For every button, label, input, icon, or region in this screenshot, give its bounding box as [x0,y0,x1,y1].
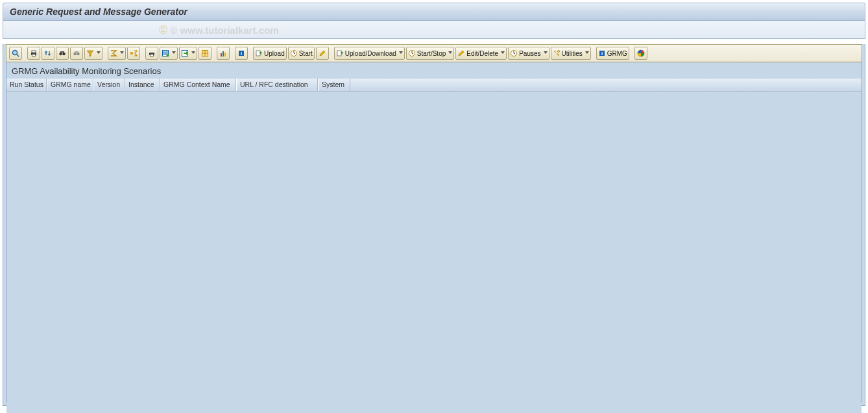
content-area: GRMG Availability Monitoring Scenarios R… [6,62,862,403]
upload-download-menu[interactable]: Upload/Download [334,47,405,60]
color-legend-button[interactable] [634,47,647,60]
subtotal-icon [130,49,138,57]
chart-icon [219,49,227,57]
info-blue-icon: i [598,49,606,57]
subtotal-button[interactable] [127,47,140,60]
edit-delete-label: Edit/Delete [466,50,498,57]
svg-point-9 [73,53,76,55]
col-version[interactable]: Version [93,79,125,91]
pauses-menu[interactable]: Pauses [508,47,549,60]
grmg-button[interactable]: i GRMG [596,47,629,60]
upload-doc-icon [255,49,263,57]
svg-rect-8 [60,51,64,53]
svg-point-40 [557,51,559,53]
chart-button[interactable] [217,47,230,60]
edit-button[interactable] [316,47,329,60]
start-stop-label: Start/Stop [417,50,446,57]
svg-point-19 [167,55,169,57]
col-run-status[interactable]: Run Status [6,79,47,91]
svg-rect-26 [224,53,226,56]
svg-rect-12 [130,52,133,55]
scenarios-table: Run Status GRMG name Version Instance GR… [6,79,862,413]
export-print-button[interactable] [145,47,158,60]
magnifier-icon [12,49,19,57]
layout-icon [162,49,169,57]
svg-rect-4 [32,51,36,53]
start-button-label: Start [299,50,313,57]
details-button[interactable] [9,47,22,60]
grid-icon [201,49,209,57]
upload-download-icon [336,49,344,57]
total-button[interactable] [108,47,126,60]
col-context-name[interactable]: GRMG Context Name [160,79,236,91]
print-button[interactable] [27,47,40,60]
export-icon [181,49,189,57]
col-instance[interactable]: Instance [125,79,160,91]
utilities-menu[interactable]: Utilities [551,47,591,60]
svg-line-1 [17,55,19,56]
menu-bar: © © www.tutorialkart.com [3,21,865,39]
svg-rect-2 [14,51,16,54]
sort-icon [44,49,52,57]
chevron-down-icon [97,51,101,55]
title-bar: Generic Request and Message Generator [3,3,865,21]
find-button[interactable] [56,47,69,60]
col-grmg-name[interactable]: GRMG name [47,79,93,91]
binoculars-icon [58,49,66,57]
chevron-down-icon [172,51,176,55]
col-system[interactable]: System [318,79,350,91]
chevron-down-icon [399,51,403,55]
column-headers-row: Run Status GRMG name Version Instance GR… [6,79,862,92]
chevron-down-icon [120,51,124,55]
sort-button[interactable] [42,47,54,60]
svg-text:i: i [601,51,603,56]
svg-point-6 [59,53,62,55]
chevron-down-icon [501,51,505,55]
svg-point-10 [77,53,79,55]
start-stop-menu[interactable]: Start/Stop [406,47,454,60]
pencil-icon [319,49,326,57]
svg-rect-14 [151,55,154,56]
chevron-down-icon [585,51,589,55]
edit-delete-menu[interactable]: Edit/Delete [455,47,507,60]
section-title: GRMG Availability Monitoring Scenarios [6,62,862,79]
svg-point-7 [62,53,65,55]
grid-button[interactable] [199,47,211,60]
upload-button[interactable]: Upload [253,47,287,60]
filter-button[interactable] [84,47,102,60]
export-button[interactable] [179,47,197,60]
clock-pause-icon [510,49,518,57]
upload-download-label: Upload/Download [345,50,396,57]
info-button[interactable]: i [235,47,248,60]
svg-rect-33 [337,51,341,56]
chevron-down-icon [191,51,195,55]
chevron-down-icon [448,51,452,55]
svg-rect-24 [221,53,222,56]
find-next-button[interactable] [70,47,83,60]
pauses-label: Pauses [519,50,540,57]
svg-rect-11 [75,51,78,53]
binoculars-next-icon [73,49,80,57]
table-body-empty [6,92,862,401]
chevron-down-icon [544,51,548,55]
clock-start-icon [290,49,298,57]
page-title: Generic Request and Message Generator [10,6,187,17]
grmg-label: GRMG [607,50,627,57]
color-circle-icon [637,49,645,57]
info-icon: i [237,49,245,57]
start-button[interactable]: Start [288,47,315,60]
watermark: © © www.tutorialkart.com [159,23,279,37]
funnel-icon [86,49,94,57]
svg-rect-25 [223,51,224,56]
upload-button-label: Upload [264,50,285,57]
printer2-icon [148,49,156,57]
col-url-rfc[interactable]: URL / RFC destination [236,79,318,91]
pencil2-icon [457,49,465,57]
layout-button[interactable] [160,47,178,60]
svg-text:i: i [241,51,242,56]
printer-icon [30,49,38,57]
clock-icon [408,49,416,57]
utilities-label: Utilities [562,50,583,57]
svg-rect-5 [32,55,36,56]
sigma-icon [110,49,117,57]
